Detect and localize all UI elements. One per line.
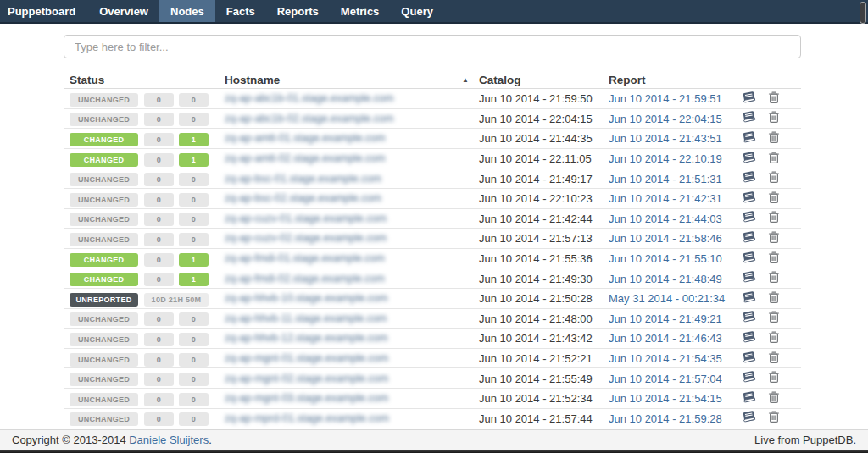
- hostname-link[interactable]: zq-ap-abc1b-02.stage.example.com: [225, 113, 393, 124]
- report-link[interactable]: Jun 10 2014 - 21:48:49: [609, 273, 722, 285]
- header-catalog[interactable]: Catalog: [479, 74, 609, 86]
- delete-node-button[interactable]: [768, 410, 780, 426]
- trash-icon: [768, 110, 780, 126]
- report-link[interactable]: Jun 10 2014 - 21:54:15: [609, 392, 722, 405]
- delete-node-button[interactable]: [768, 251, 780, 267]
- hostname-link[interactable]: zq-ap-hhvb-11.stage.example.com: [225, 312, 387, 324]
- report-book-button[interactable]: [742, 270, 757, 286]
- author-link[interactable]: Daniele Sluijters: [129, 434, 209, 446]
- report-book-button[interactable]: [742, 170, 757, 186]
- report-book-button[interactable]: [742, 370, 757, 386]
- delete-node-button[interactable]: [768, 230, 780, 246]
- report-book-button[interactable]: [742, 330, 757, 346]
- report-link[interactable]: Jun 10 2014 - 21:57:04: [609, 373, 722, 385]
- report-book-button[interactable]: [742, 410, 757, 426]
- events-count-badge: 0: [144, 253, 174, 267]
- hostname-link[interactable]: zq-ap-abc1b-01.stage.example.com: [225, 92, 393, 104]
- report-link[interactable]: Jun 10 2014 - 21:54:35: [609, 352, 722, 365]
- filter-input[interactable]: [64, 35, 801, 58]
- report-link[interactable]: Jun 10 2014 - 21:59:28: [609, 412, 722, 425]
- hostname-link[interactable]: zq-ap-fmdi-02.stage.example.com: [225, 273, 385, 285]
- report-link[interactable]: Jun 10 2014 - 21:49:21: [609, 312, 722, 325]
- tab-reports[interactable]: Reports: [266, 0, 330, 22]
- report-book-button[interactable]: [742, 390, 757, 406]
- catalog-timestamp: Jun 10 2014 - 22:04:15: [479, 113, 593, 125]
- report-link[interactable]: Jun 10 2014 - 21:43:51: [609, 132, 722, 145]
- header-report[interactable]: Report: [609, 74, 742, 86]
- report-link[interactable]: Jun 10 2014 - 21:42:31: [609, 192, 722, 205]
- report-book-button[interactable]: [742, 130, 757, 146]
- report-book-button[interactable]: [742, 151, 757, 167]
- delete-node-button[interactable]: [768, 310, 780, 326]
- status-badge: CHANGED: [70, 153, 138, 167]
- hostname-link[interactable]: zq-ap-fmdi-01.stage.example.com: [225, 252, 385, 264]
- navbar: Puppetboard Overview Nodes Facts Reports…: [0, 0, 868, 24]
- delete-node-button[interactable]: [768, 151, 780, 167]
- events-count-badge: 0: [144, 373, 174, 386]
- delete-node-button[interactable]: [768, 191, 780, 207]
- hostname-link[interactable]: zq-ap-bsc-01.stage.example.com: [225, 173, 381, 185]
- report-link[interactable]: Jun 10 2014 - 22:10:19: [609, 152, 722, 165]
- trash-icon: [768, 130, 780, 146]
- delete-node-button[interactable]: [768, 91, 780, 107]
- events-count-badge: 0: [144, 193, 174, 207]
- catalog-timestamp: Jun 10 2014 - 21:42:44: [479, 213, 593, 225]
- hostname-link[interactable]: zq-ap-hhvb-10.stage.example.com: [225, 292, 387, 304]
- header-hostname[interactable]: Hostname ▲: [214, 74, 479, 86]
- table-row: UNCHANGED 0 0 zq-ap-mgnt-02.stage.exampl…: [64, 368, 801, 389]
- window-bottom-edge: [0, 450, 868, 453]
- report-book-button[interactable]: [742, 251, 757, 267]
- hostname-link[interactable]: zq-ap-cuzv-01.stage.example.com: [225, 213, 387, 224]
- hostname-link[interactable]: zq-ap-bsc-02.stage.example.com: [225, 192, 381, 204]
- delete-node-button[interactable]: [768, 290, 780, 307]
- report-link[interactable]: Jun 10 2014 - 21:51:31: [609, 173, 722, 185]
- changes-count-badge: 0: [179, 373, 209, 386]
- report-link[interactable]: Jun 10 2014 - 21:46:43: [609, 332, 722, 345]
- scrollbar-thumb[interactable]: [860, 2, 866, 24]
- report-link[interactable]: Jun 10 2014 - 21:55:10: [609, 252, 722, 265]
- report-book-button[interactable]: [742, 91, 757, 107]
- tab-query[interactable]: Query: [390, 0, 444, 22]
- hostname-link[interactable]: zq-ap-cuzv-02.stage.example.com: [225, 232, 387, 244]
- report-link[interactable]: May 31 2014 - 00:21:34: [609, 292, 725, 305]
- hostname-link[interactable]: zq-ap-mgnt-02.stage.example.com: [225, 373, 388, 384]
- brand-puppetboard[interactable]: Puppetboard: [0, 0, 88, 22]
- report-book-button[interactable]: [742, 210, 757, 226]
- report-link[interactable]: Jun 10 2014 - 21:58:46: [609, 232, 722, 245]
- tab-facts[interactable]: Facts: [215, 0, 266, 22]
- hostname-link[interactable]: zq-ap-hhvb-12.stage.example.com: [225, 332, 387, 344]
- tab-overview[interactable]: Overview: [88, 0, 159, 22]
- report-link[interactable]: Jun 10 2014 - 22:04:15: [609, 113, 722, 125]
- report-book-button[interactable]: [742, 290, 757, 307]
- events-count-badge: 0: [144, 153, 174, 167]
- trash-icon: [768, 370, 780, 386]
- tab-nodes[interactable]: Nodes: [159, 0, 215, 22]
- hostname-link[interactable]: zq-ap-mgnt-03.stage.example.com: [225, 392, 388, 404]
- delete-node-button[interactable]: [768, 270, 780, 286]
- delete-node-button[interactable]: [768, 210, 780, 226]
- report-link[interactable]: Jun 10 2014 - 21:44:03: [609, 213, 722, 225]
- tab-metrics[interactable]: Metrics: [330, 0, 391, 22]
- status-badge: UNREPORTED: [70, 293, 138, 307]
- hostname-link[interactable]: zq-ap-amtt-01.stage.example.com: [225, 132, 386, 144]
- delete-node-button[interactable]: [768, 110, 780, 126]
- header-status[interactable]: Status: [64, 74, 144, 86]
- hostname-link[interactable]: zq-ap-mprd-01.stage.example.com: [225, 412, 389, 424]
- status-badge: UNCHANGED: [70, 193, 138, 207]
- delete-node-button[interactable]: [768, 390, 780, 406]
- report-book-button[interactable]: [742, 110, 757, 126]
- report-link[interactable]: Jun 10 2014 - 21:59:51: [609, 92, 722, 105]
- delete-node-button[interactable]: [768, 330, 780, 346]
- delete-node-button[interactable]: [768, 370, 780, 386]
- report-book-button[interactable]: [742, 310, 757, 326]
- delete-node-button[interactable]: [768, 351, 780, 367]
- status-badge: UNCHANGED: [70, 333, 138, 346]
- hostname-link[interactable]: zq-ap-mgnt-01.stage.example.com: [225, 352, 388, 364]
- catalog-timestamp: Jun 10 2014 - 21:48:00: [479, 312, 593, 325]
- report-book-button[interactable]: [742, 351, 757, 367]
- hostname-link[interactable]: zq-ap-amtt-02.stage.example.com: [225, 152, 386, 164]
- delete-node-button[interactable]: [768, 170, 780, 186]
- report-book-button[interactable]: [742, 191, 757, 207]
- report-book-button[interactable]: [742, 230, 757, 246]
- delete-node-button[interactable]: [768, 130, 780, 146]
